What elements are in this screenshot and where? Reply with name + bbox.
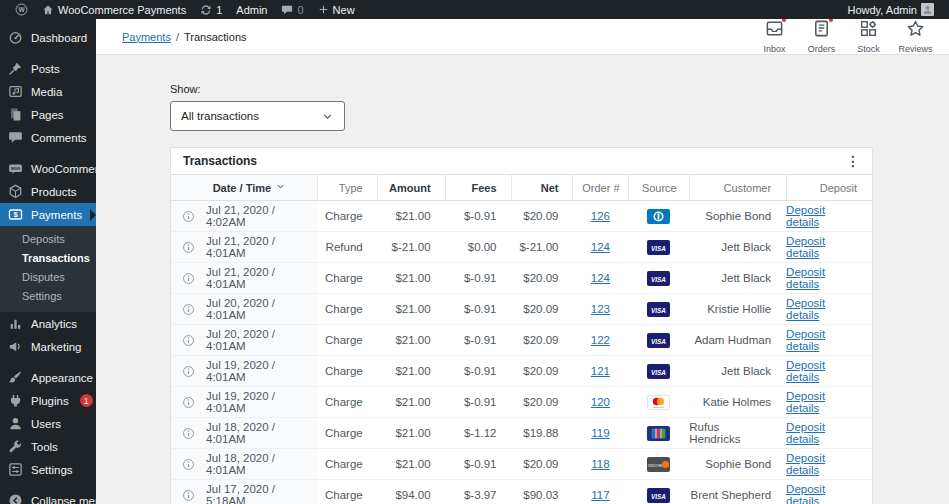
activity-tab-inbox[interactable]: Inbox: [751, 19, 798, 54]
deposit-details-link[interactable]: Deposit details: [786, 421, 857, 445]
transaction-info-button[interactable]: [182, 241, 195, 254]
sidebar-item-comments[interactable]: Comments: [0, 126, 96, 149]
order-link[interactable]: 120: [591, 396, 610, 408]
column-header-customer[interactable]: Customer: [689, 175, 786, 200]
sidebar-separator: [0, 358, 96, 366]
deposit-details-link[interactable]: Deposit details: [786, 235, 857, 259]
sidebar-item-pages[interactable]: Pages: [0, 103, 96, 126]
transaction-info-button[interactable]: [182, 303, 195, 316]
transaction-info-button[interactable]: [182, 458, 195, 471]
transaction-info-button[interactable]: [182, 272, 195, 285]
column-header-net[interactable]: Net: [511, 175, 573, 200]
transaction-info-button[interactable]: [182, 365, 195, 378]
sidebar-item-label: WooCommerce: [31, 163, 111, 175]
sidebar-item-posts[interactable]: Posts: [0, 57, 96, 80]
order-link[interactable]: 117: [591, 489, 609, 501]
sidebar-item-plugins[interactable]: Plugins1: [0, 389, 96, 412]
payments-icon: $: [8, 207, 23, 222]
column-header-date[interactable]: Date / Time: [171, 175, 317, 200]
sidebar-subitem-settings[interactable]: Settings: [0, 286, 96, 305]
order-link[interactable]: 126: [591, 210, 610, 222]
sidebar-item-payments[interactable]: $Payments: [0, 203, 96, 226]
plugins-update-badge: 1: [80, 394, 93, 407]
column-header-type[interactable]: Type: [317, 175, 377, 200]
users-icon: [8, 416, 23, 431]
activity-tab-stock[interactable]: Stock: [845, 19, 892, 54]
column-header-order[interactable]: Order #: [572, 175, 628, 200]
breadcrumb-parent-link[interactable]: Payments: [122, 31, 171, 43]
order-link[interactable]: 124: [591, 272, 610, 284]
activity-tab-reviews[interactable]: Reviews: [892, 19, 939, 54]
transactions-filter-select[interactable]: All transactions: [170, 101, 345, 131]
sidebar-item-woocommerce[interactable]: wooWooCommerce: [0, 157, 96, 180]
activity-panel: InboxOrdersStockReviews: [751, 19, 939, 54]
site-name-link[interactable]: WooCommerce Payments: [35, 0, 193, 19]
cell-order: 124: [572, 232, 628, 262]
posts-icon: [8, 61, 23, 76]
deposit-details-link[interactable]: Deposit details: [786, 359, 857, 383]
card-menu-button[interactable]: ⋮: [842, 150, 864, 172]
products-icon: [8, 184, 23, 199]
admin-site-link[interactable]: Admin: [229, 0, 274, 19]
avatar: [921, 3, 934, 16]
my-account-link[interactable]: Howdy, Admin: [841, 0, 942, 19]
reviews-icon: [906, 19, 925, 38]
woocommerce-icon: woo: [8, 161, 23, 176]
new-content-button[interactable]: New: [311, 0, 362, 19]
sidebar-item-marketing[interactable]: Marketing: [0, 335, 96, 358]
sidebar-item-dashboard[interactable]: Dashboard: [0, 26, 96, 49]
updates-link[interactable]: 1: [193, 0, 229, 19]
tools-icon: [8, 439, 23, 454]
discover-icon: DISCOVER: [647, 457, 670, 472]
sidebar-item-tools[interactable]: Tools: [0, 435, 96, 458]
column-label: Fees: [471, 182, 496, 194]
order-link[interactable]: 124: [591, 241, 610, 253]
sidebar-subitem-disputes[interactable]: Disputes: [0, 267, 96, 286]
cell-customer: Jett Black: [689, 263, 786, 293]
column-header-fees[interactable]: Fees: [445, 175, 511, 200]
transaction-info-button[interactable]: [182, 334, 195, 347]
comments-link[interactable]: 0: [274, 0, 310, 19]
cell-fees: $-3.97: [445, 480, 511, 504]
sidebar-item-users[interactable]: Users: [0, 412, 96, 435]
transaction-info-button[interactable]: [182, 210, 195, 223]
order-link[interactable]: 118: [591, 458, 609, 470]
deposit-details-link[interactable]: Deposit details: [786, 328, 857, 352]
deposit-details-link[interactable]: Deposit details: [786, 390, 857, 414]
activity-tab-orders[interactable]: Orders: [798, 19, 845, 54]
visa-icon: VISA: [647, 302, 670, 317]
wordpress-menu[interactable]: W: [8, 0, 35, 19]
order-link[interactable]: 121: [591, 365, 610, 377]
cell-type: Charge: [317, 418, 377, 448]
column-header-deposit[interactable]: Deposit: [786, 175, 872, 200]
sidebar-item-products[interactable]: Products: [0, 180, 96, 203]
sidebar-item-settings[interactable]: Settings: [0, 458, 96, 481]
transaction-info-button[interactable]: [182, 427, 195, 440]
sidebar-item-appearance[interactable]: Appearance: [0, 366, 96, 389]
site-name: WooCommerce Payments: [58, 4, 186, 16]
transaction-info-button[interactable]: [182, 489, 195, 502]
order-link[interactable]: 122: [591, 334, 610, 346]
sidebar-subitem-deposits[interactable]: Deposits: [0, 229, 96, 248]
transaction-info-button[interactable]: [182, 396, 195, 409]
wordpress-logo-icon: W: [15, 3, 28, 16]
deposit-details-link[interactable]: Deposit details: [786, 204, 857, 228]
table-header-row: Date / TimeTypeAmountFeesNetOrder #Sourc…: [171, 175, 872, 201]
sidebar-item-label: Marketing: [31, 341, 82, 353]
sidebar-item-media[interactable]: Media: [0, 80, 96, 103]
deposit-details-link[interactable]: Deposit details: [786, 452, 857, 476]
deposit-details-link[interactable]: Deposit details: [786, 297, 857, 321]
deposit-details-link[interactable]: Deposit details: [786, 483, 857, 504]
order-link[interactable]: 123: [591, 303, 610, 315]
svg-text:VISA: VISA: [651, 306, 666, 313]
sidebar-subitem-transactions[interactable]: Transactions: [0, 248, 96, 267]
sidebar-item-collapse-menu[interactable]: Collapse menu: [0, 489, 96, 504]
deposit-details-link[interactable]: Deposit details: [786, 266, 857, 290]
order-link[interactable]: 119: [591, 427, 609, 439]
admin-sidebar: DashboardPostsMediaPagesCommentswooWooCo…: [0, 19, 96, 504]
sidebar-item-analytics[interactable]: Analytics: [0, 312, 96, 335]
update-count: 1: [216, 4, 222, 16]
column-header-source[interactable]: Source: [628, 175, 689, 200]
cell-fees: $-0.91: [445, 325, 511, 355]
column-header-amount[interactable]: Amount: [377, 175, 445, 200]
